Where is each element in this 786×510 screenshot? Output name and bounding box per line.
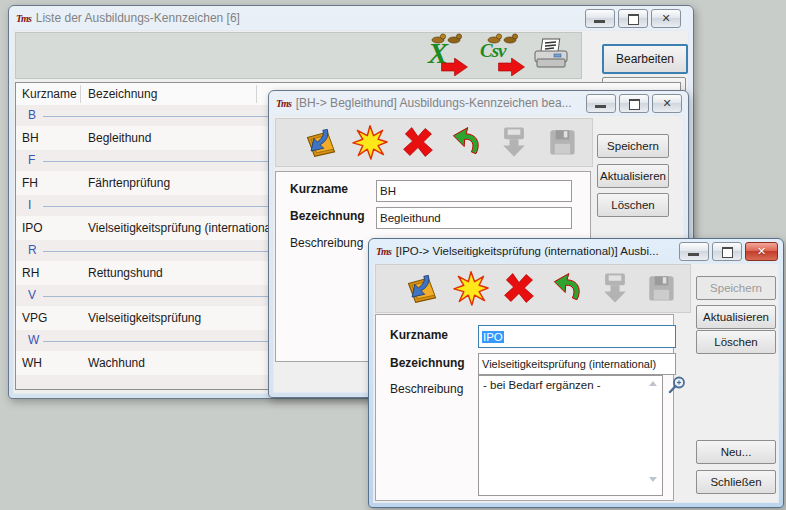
- new-record-icon[interactable]: [352, 124, 388, 160]
- undo-icon[interactable]: [448, 124, 484, 160]
- beschreibung-label: Beschreibung: [290, 236, 363, 250]
- ipo-form-panel: Kurzname IPO Bezeichnung Vielseitigkeits…: [375, 314, 674, 501]
- save-button-disabled[interactable]: Speichern: [696, 276, 776, 300]
- column-separator[interactable]: [80, 85, 81, 103]
- kurzname-label: Kurzname: [390, 328, 448, 342]
- kurzname-label: Kurzname: [290, 182, 348, 196]
- selected-text: IPO: [482, 331, 504, 343]
- list-window-title: Liste der Ausbildungs-Kennzeichen [6]: [36, 11, 240, 25]
- print-icon[interactable]: [532, 37, 572, 73]
- delete-button[interactable]: Löschen: [597, 193, 669, 217]
- cell-kurzname: WH: [22, 356, 42, 370]
- new-record-icon[interactable]: [453, 270, 489, 306]
- bh-toolbar: [275, 118, 593, 167]
- cell-bezeichnung: Fährtenprüfung: [88, 176, 170, 190]
- cell-kurzname: RH: [22, 266, 39, 280]
- app-logo-icon: Tms: [16, 13, 31, 24]
- caption-buttons: [679, 242, 778, 261]
- save-icon-disabled[interactable]: [643, 270, 679, 306]
- bezeichnung-label: Bezeichnung: [390, 356, 465, 370]
- ipo-toolbar: [375, 264, 691, 313]
- maximize-button[interactable]: [618, 9, 648, 28]
- close-button[interactable]: [652, 94, 682, 113]
- cell-kurzname: VPG: [22, 311, 47, 325]
- minimize-icon: [595, 105, 606, 108]
- ipo-window-title: [IPO-> Vielseitigkeitsprüfung (internati…: [396, 245, 659, 257]
- app-logo-icon: Tms: [376, 246, 391, 257]
- refresh-button[interactable]: Aktualisieren: [597, 164, 669, 188]
- scroll-up-icon[interactable]: [649, 381, 657, 386]
- beschreibung-label: Beschreibung: [390, 382, 463, 396]
- caption-buttons: [586, 94, 682, 113]
- refresh-button[interactable]: Aktualisieren: [696, 305, 776, 329]
- new-button[interactable]: Neu...: [696, 440, 776, 464]
- caption-buttons: [585, 9, 681, 28]
- delete-record-icon[interactable]: [400, 124, 436, 160]
- maximize-button[interactable]: [619, 94, 649, 113]
- import-folder-icon[interactable]: [303, 124, 339, 160]
- close-button[interactable]: [651, 9, 681, 28]
- cell-bezeichnung: Begleithund: [88, 131, 151, 145]
- close-icon: [653, 95, 681, 112]
- ipo-window-body: Kurzname IPO Bezeichnung Vielseitigkeits…: [373, 263, 779, 503]
- cell-bezeichnung: Rettungshund: [88, 266, 163, 280]
- group-letter: V: [28, 288, 36, 302]
- maximize-icon: [628, 14, 639, 25]
- group-letter: W: [28, 333, 39, 347]
- beschreibung-textarea[interactable]: - bei Bedarf ergänzen -: [478, 375, 663, 496]
- group-letter: R: [28, 243, 37, 257]
- delete-record-icon[interactable]: [501, 270, 537, 306]
- group-letter: I: [28, 198, 31, 212]
- column-header-kurzname[interactable]: Kurzname: [22, 87, 77, 101]
- close-icon: [746, 243, 777, 260]
- dogs-icon: [486, 32, 520, 44]
- group-letter: F: [28, 153, 35, 167]
- cell-kurzname: BH: [22, 131, 39, 145]
- maximize-button[interactable]: [712, 242, 742, 261]
- save-button[interactable]: Speichern: [597, 134, 669, 158]
- kurzname-field[interactable]: BH: [376, 180, 572, 202]
- maximize-icon: [629, 99, 640, 110]
- close-window-button[interactable]: Schließen: [696, 470, 776, 494]
- desktop-background: Tms Liste der Ausbildungs-Kennzeichen [6…: [0, 0, 786, 510]
- cell-bezeichnung: Vielseitigkeitsprüfung (international): [88, 221, 278, 235]
- edit-button[interactable]: Bearbeiten: [602, 44, 688, 74]
- kurzname-field[interactable]: IPO: [478, 325, 676, 348]
- maximize-icon: [722, 247, 733, 258]
- column-separator[interactable]: [256, 85, 257, 103]
- save-export-icon-disabled[interactable]: [496, 124, 532, 160]
- save-icon-disabled[interactable]: [544, 124, 580, 160]
- dogs-icon: [430, 32, 464, 44]
- bh-window-title: [BH-> Begleithund] Ausbildungs-Kennzeich…: [296, 96, 572, 110]
- bezeichnung-label: Bezeichnung: [290, 209, 365, 223]
- minimize-button[interactable]: [586, 94, 616, 113]
- delete-button[interactable]: Löschen: [696, 330, 776, 354]
- column-header-bezeichnung[interactable]: Bezeichnung: [88, 87, 157, 101]
- minimize-icon: [688, 253, 699, 256]
- import-folder-icon[interactable]: [404, 270, 440, 306]
- magnifier-icon[interactable]: [668, 376, 686, 394]
- cell-bezeichnung: Vielseitigkeitsprüfung: [88, 311, 201, 325]
- cell-bezeichnung: Wachhund: [88, 356, 145, 370]
- app-logo-icon: Tms: [276, 98, 291, 109]
- excel-export-icon[interactable]: X: [426, 34, 468, 76]
- cell-kurzname: FH: [22, 176, 38, 190]
- close-button[interactable]: [745, 242, 778, 261]
- bezeichnung-field[interactable]: Vielseitigkeitsprüfung (international): [478, 353, 676, 375]
- cell-kurzname: IPO: [22, 221, 43, 235]
- ipo-edit-window: Tms [IPO-> Vielseitigkeitsprüfung (inter…: [368, 238, 784, 508]
- csv-export-icon[interactable]: Csv: [480, 34, 526, 76]
- scroll-down-icon[interactable]: [649, 477, 657, 482]
- minimize-button[interactable]: [679, 242, 709, 261]
- save-export-icon-disabled[interactable]: [597, 270, 633, 306]
- minimize-icon: [594, 20, 605, 23]
- undo-icon[interactable]: [549, 270, 585, 306]
- group-letter: B: [28, 108, 36, 122]
- export-arrow-icon: [441, 58, 468, 76]
- export-arrow-icon: [498, 58, 525, 76]
- bezeichnung-field[interactable]: Begleithund: [376, 207, 572, 229]
- close-icon: [652, 10, 680, 27]
- minimize-button[interactable]: [585, 9, 615, 28]
